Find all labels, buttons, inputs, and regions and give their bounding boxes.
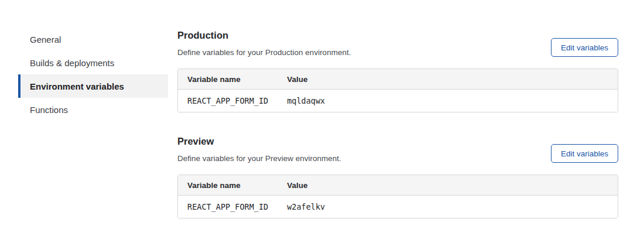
sidebar-item-label: Functions bbox=[30, 105, 68, 115]
sidebar-item-general[interactable]: General bbox=[18, 28, 168, 51]
variable-value-cell: w2afelkv bbox=[278, 196, 618, 218]
sidebar-item-builds-deployments[interactable]: Builds & deployments bbox=[18, 51, 168, 74]
environment-variables-content: Production Edit variables Define variabl… bbox=[177, 28, 618, 218]
column-header-variable-name: Variable name bbox=[178, 69, 278, 90]
variable-name-cell: REACT_APP_FORM_ID bbox=[178, 196, 278, 218]
preview-section: Preview Edit variables Define variables … bbox=[177, 135, 618, 218]
sidebar-item-label: Builds & deployments bbox=[30, 58, 114, 68]
variable-name-cell: REACT_APP_FORM_ID bbox=[178, 90, 278, 112]
production-edit-variables-button[interactable]: Edit variables bbox=[551, 38, 618, 57]
table-header-row: Variable name Value bbox=[178, 175, 618, 196]
sidebar-item-functions[interactable]: Functions bbox=[18, 98, 168, 121]
preview-variables-table: Variable name Value REACT_APP_FORM_ID w2… bbox=[177, 175, 618, 218]
settings-page: General Builds & deployments Environment… bbox=[0, 0, 644, 218]
table-row: REACT_APP_FORM_ID mqldaqwx bbox=[178, 90, 618, 112]
table-header-row: Variable name Value bbox=[178, 69, 618, 90]
sidebar-item-environment-variables[interactable]: Environment variables bbox=[18, 74, 168, 98]
production-section: Production Edit variables Define variabl… bbox=[177, 29, 618, 112]
sidebar-item-label: General bbox=[30, 35, 61, 45]
variable-value-cell: mqldaqwx bbox=[278, 90, 618, 112]
column-header-variable-name: Variable name bbox=[178, 175, 278, 196]
sidebar-item-label: Environment variables bbox=[30, 81, 124, 91]
column-header-value: Value bbox=[278, 175, 618, 196]
settings-sidebar: General Builds & deployments Environment… bbox=[18, 28, 168, 218]
table-row: REACT_APP_FORM_ID w2afelkv bbox=[178, 196, 618, 218]
column-header-value: Value bbox=[278, 69, 618, 90]
production-variables-table: Variable name Value REACT_APP_FORM_ID mq… bbox=[177, 69, 618, 112]
active-indicator-bar bbox=[18, 74, 20, 98]
preview-edit-variables-button[interactable]: Edit variables bbox=[551, 144, 618, 163]
